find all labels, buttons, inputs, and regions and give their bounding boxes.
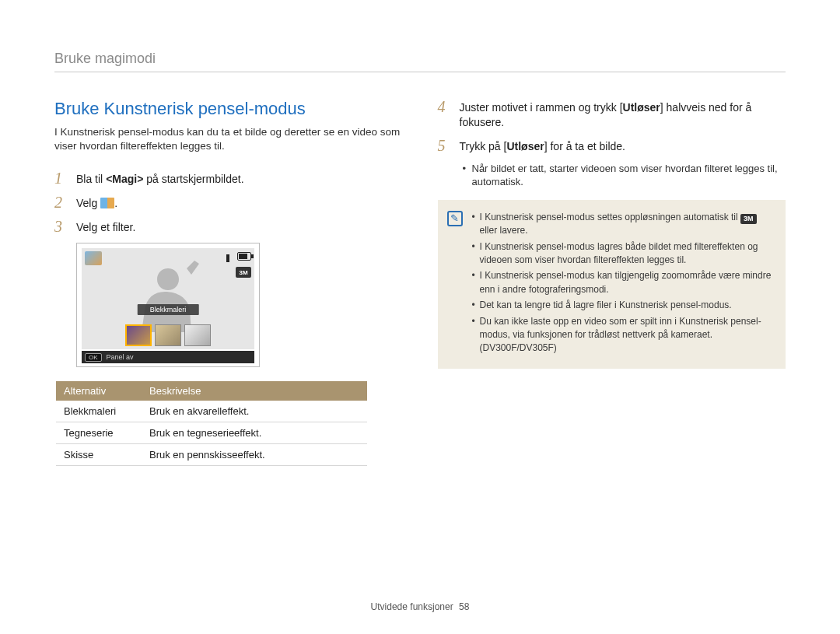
page-number: 58 [459, 601, 469, 612]
mode-icon [85, 251, 102, 265]
filter-thumb-3[interactable] [184, 324, 211, 346]
filter-thumb-2[interactable] [155, 324, 181, 346]
info-box: ✎ I Kunstnerisk pensel-modus settes oppl… [438, 200, 786, 369]
table-head-description: Beskrivelse [142, 381, 367, 401]
right-column: 4Juster motivet i rammen og trykk [Utløs… [438, 99, 786, 466]
camera-preview-body: 3M Blekkmaleri [82, 248, 254, 349]
table-cell: Bruk en akvarelleffekt. [142, 401, 367, 422]
step-number: 4 [438, 99, 452, 114]
step-text: Velg . [76, 194, 117, 211]
table-cell: Bruk en pennskisseeffekt. [142, 444, 367, 466]
table-row: BlekkmaleriBruk en akvarelleffekt. [56, 401, 367, 422]
step: 1Bla til <Magi> på startskjermbildet. [54, 170, 403, 187]
info-icon: ✎ [447, 211, 463, 226]
battery-icon [237, 252, 251, 261]
camera-preview-footer: OK Panel av [82, 351, 254, 363]
table-cell: Tegneserie [56, 422, 142, 444]
step-text: Bla til <Magi> på startskjermbildet. [76, 170, 244, 187]
footer-section: Utvidede funksjoner [371, 601, 453, 612]
table-cell: Blekkmaleri [56, 401, 142, 422]
table-head-option: Alternativ [56, 381, 142, 401]
step-number: 5 [438, 138, 452, 153]
step-text: Trykk på [Utløser] for å ta et bilde. [460, 138, 625, 154]
filter-options-table: Alternativ Beskrivelse BlekkmaleriBruk e… [56, 381, 367, 466]
left-column: Bruke Kunstnerisk pensel-modus I Kunstne… [54, 99, 403, 466]
step: 5Trykk på [Utløser] for å ta et bilde. [438, 138, 786, 154]
table-cell: Skisse [56, 444, 142, 466]
step-number: 2 [54, 194, 68, 210]
chapter-title: Bruke magimodi [54, 51, 786, 72]
step-number: 1 [54, 170, 68, 186]
step: 3Velg et filter. [54, 219, 403, 235]
table-cell: Bruk en tegneserieeffekt. [142, 422, 367, 444]
step-sub-bullet-list: Når bildet er tatt, starter videoen som … [463, 162, 786, 189]
filter-thumbnails [125, 324, 211, 346]
info-item: I Kunstnerisk pensel-modus kan tilgjenge… [472, 269, 775, 296]
footer-hint: Panel av [107, 353, 134, 361]
step-text: Velg et filter. [76, 219, 135, 235]
resolution-chip: 3M [740, 214, 757, 224]
info-item: I Kunstnerisk pensel-modus settes oppløs… [472, 211, 775, 238]
brush-mode-icon [100, 198, 114, 208]
ok-button-label: OK [85, 353, 102, 362]
info-item: Det kan ta lengre tid å lagre filer i Ku… [472, 299, 775, 312]
step-sub-bullet: Når bildet er tatt, starter videoen som … [463, 162, 786, 189]
step-number: 3 [54, 219, 68, 234]
camera-preview: 3M Blekkmaleri OK Panel av [76, 243, 260, 367]
section-title: Bruke Kunstnerisk pensel-modus [54, 99, 403, 119]
filter-name-label: Blekkmaleri [138, 304, 199, 315]
step-text: Juster motivet i rammen og trykk [Utløse… [460, 99, 786, 130]
info-item: Du kan ikke laste opp en video som er sp… [472, 315, 775, 356]
step: 2Velg . [54, 194, 403, 211]
filter-thumb-1[interactable] [125, 324, 152, 346]
table-row: TegneserieBruk en tegneserieeffekt. [56, 422, 367, 444]
status-bar-icon [226, 254, 229, 262]
resolution-badge: 3M [236, 267, 251, 278]
intro-text: I Kunstnerisk pensel-modus kan du ta et … [54, 125, 403, 153]
table-row: SkisseBruk en pennskisseeffekt. [56, 444, 367, 466]
page-footer: Utvidede funksjoner 58 [0, 601, 840, 612]
step: 4Juster motivet i rammen og trykk [Utløs… [438, 99, 786, 130]
info-item: I Kunstnerisk pensel-modus lagres både b… [472, 240, 775, 268]
